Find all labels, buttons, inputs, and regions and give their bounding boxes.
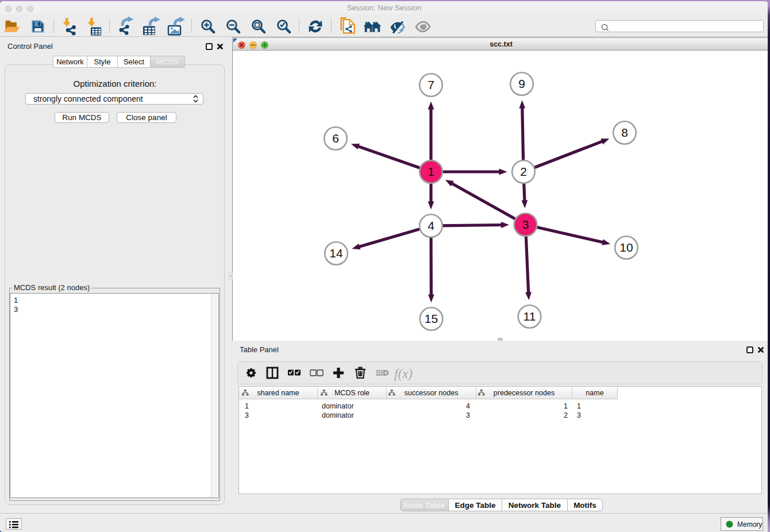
svg-text:10: 10 xyxy=(619,241,633,254)
svg-text:9: 9 xyxy=(518,77,525,90)
svg-text:4: 4 xyxy=(428,219,434,232)
svg-text:f(x): f(x) xyxy=(394,367,413,381)
svg-text:1: 1 xyxy=(428,165,434,178)
svg-text:11: 11 xyxy=(523,310,536,323)
svg-text:3: 3 xyxy=(522,218,529,231)
svg-text:15: 15 xyxy=(425,312,438,325)
svg-text:14: 14 xyxy=(329,246,343,260)
svg-text:8: 8 xyxy=(621,126,628,139)
svg-text:7: 7 xyxy=(428,78,434,91)
svg-text:2: 2 xyxy=(520,165,527,178)
svg-text:6: 6 xyxy=(332,132,339,145)
